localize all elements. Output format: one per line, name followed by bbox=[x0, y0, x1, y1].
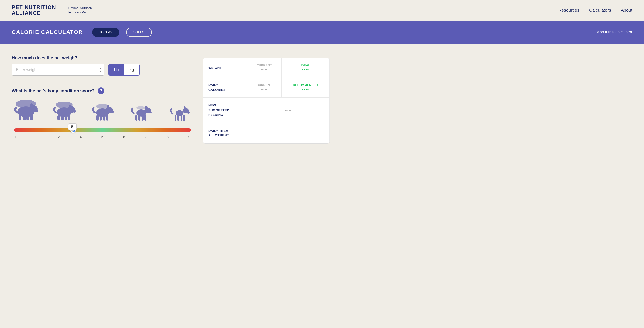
nav-about[interactable]: About bbox=[621, 8, 632, 13]
slider-num-5: 5 bbox=[102, 135, 104, 139]
feeding-result-row: NEWSUGGESTEDFEEDING -- -- bbox=[204, 98, 330, 123]
calories-current-value: -- -- bbox=[252, 87, 277, 91]
treat-result-label: DAILY TREATALLOTMENT bbox=[208, 129, 230, 137]
svg-rect-8 bbox=[30, 115, 33, 120]
slider-num-6: 6 bbox=[123, 135, 125, 139]
svg-point-4 bbox=[30, 104, 33, 108]
unit-lb-button[interactable]: Lb bbox=[108, 64, 124, 75]
svg-rect-25 bbox=[103, 115, 106, 121]
svg-point-13 bbox=[69, 104, 71, 109]
slider-num-7: 7 bbox=[145, 135, 147, 139]
svg-rect-16 bbox=[65, 115, 67, 120]
slider-num-3: 3 bbox=[58, 135, 60, 139]
svg-point-39 bbox=[184, 106, 186, 110]
treat-result-row: DAILY TREATALLOTMENT -- bbox=[204, 123, 330, 143]
weight-input[interactable] bbox=[12, 64, 104, 76]
slider-num-8: 8 bbox=[166, 135, 168, 139]
svg-rect-43 bbox=[183, 115, 185, 121]
calories-result-label-cell: DAILYCALORIES bbox=[204, 77, 247, 98]
site-header: PET NUTRITIONALLIANCE Optimal Nutrition … bbox=[0, 0, 644, 21]
logo-area: PET NUTRITIONALLIANCE Optimal Nutrition … bbox=[12, 5, 92, 16]
logo-sub: Optimal Nutrition for Every Pet bbox=[68, 6, 92, 15]
weight-result-label-cell: WEIGHT bbox=[204, 58, 247, 77]
svg-rect-15 bbox=[61, 115, 64, 120]
treat-result-value: -- bbox=[287, 131, 290, 135]
dog-figure-1 bbox=[14, 99, 38, 121]
dog-silhouette-5 bbox=[167, 99, 191, 121]
dog-figure-4 bbox=[128, 99, 153, 121]
treat-result-label-cell: DAILY TREATALLOTMENT bbox=[204, 123, 247, 143]
score-bubble: 5 bbox=[68, 124, 76, 130]
calories-current-header-cell: CURRENT -- -- bbox=[247, 77, 282, 98]
svg-rect-35 bbox=[144, 115, 146, 121]
weight-row: ▲ ▼ Lb kg bbox=[12, 64, 193, 76]
svg-rect-33 bbox=[138, 115, 140, 121]
banner-title: CALORIE CALCULATOR bbox=[12, 29, 83, 35]
weight-spinners[interactable]: ▲ ▼ bbox=[99, 67, 102, 73]
svg-rect-14 bbox=[57, 115, 60, 120]
dog-figure-5 bbox=[167, 99, 191, 121]
weight-section: How much does the pet weigh? ▲ ▼ Lb kg bbox=[12, 55, 193, 76]
dog-figure-2 bbox=[52, 99, 76, 121]
dog-figure-3 bbox=[90, 99, 115, 121]
weight-result-label: WEIGHT bbox=[208, 66, 222, 70]
tab-dogs-button[interactable]: DOGS bbox=[92, 28, 119, 37]
dog-silhouette-3 bbox=[90, 99, 115, 121]
logo-text: PET NUTRITIONALLIANCE bbox=[12, 5, 56, 16]
slider-num-1: 1 bbox=[15, 135, 16, 139]
slider-num-4: 4 bbox=[80, 135, 82, 139]
svg-point-31 bbox=[145, 106, 148, 110]
svg-rect-42 bbox=[180, 115, 182, 121]
bcs-label: What is the pet's body condition score? bbox=[12, 88, 95, 94]
slider-num-2: 2 bbox=[36, 135, 38, 139]
weight-input-wrapper: ▲ ▼ bbox=[12, 64, 104, 76]
calories-recommended-header: RECOMMENDED bbox=[286, 84, 324, 87]
about-calculator-link[interactable]: About the Calculator bbox=[597, 30, 632, 35]
nav-calculators[interactable]: Calculators bbox=[589, 8, 611, 13]
svg-point-38 bbox=[187, 112, 190, 114]
slider-track bbox=[14, 128, 191, 132]
calories-result-label: DAILYCALORIES bbox=[208, 83, 226, 92]
help-icon[interactable]: ? bbox=[98, 87, 104, 94]
feeding-result-value-cell: -- -- bbox=[247, 98, 329, 123]
calories-result-row: DAILYCALORIES CURRENT -- -- RECOMMENDED … bbox=[204, 77, 330, 98]
calories-recommended-header-cell: RECOMMENDED -- -- bbox=[282, 77, 330, 98]
left-panel: How much does the pet weigh? ▲ ▼ Lb kg W… bbox=[12, 55, 193, 144]
spinner-up[interactable]: ▲ bbox=[99, 67, 102, 70]
results-card: WEIGHT CURRENT -- -- IDEAL -- -- bbox=[203, 58, 330, 144]
results-table: WEIGHT CURRENT -- -- IDEAL -- -- bbox=[203, 58, 330, 144]
bcs-section: What is the pet's body condition score? … bbox=[12, 87, 193, 139]
svg-rect-26 bbox=[106, 115, 108, 121]
nav-resources[interactable]: Resources bbox=[558, 8, 579, 13]
svg-point-30 bbox=[149, 111, 152, 114]
svg-point-21 bbox=[110, 111, 114, 113]
right-panel: WEIGHT CURRENT -- -- IDEAL -- -- bbox=[203, 55, 330, 144]
weight-result-row: WEIGHT CURRENT -- -- IDEAL -- -- bbox=[204, 58, 330, 77]
svg-point-27 bbox=[136, 106, 145, 110]
svg-rect-24 bbox=[100, 115, 102, 121]
tab-cats-button[interactable]: CATS bbox=[126, 28, 152, 37]
spinner-down[interactable]: ▼ bbox=[99, 70, 102, 73]
svg-rect-17 bbox=[68, 115, 70, 120]
weight-current-value: -- -- bbox=[252, 67, 277, 72]
weight-ideal-header: IDEAL bbox=[286, 64, 324, 67]
unit-toggle: Lb kg bbox=[108, 64, 140, 76]
calories-recommended-value: -- -- bbox=[286, 87, 324, 91]
svg-rect-5 bbox=[18, 115, 22, 120]
weight-current-header-cell: CURRENT -- -- bbox=[247, 58, 282, 77]
svg-rect-6 bbox=[23, 115, 26, 120]
svg-point-22 bbox=[107, 105, 109, 109]
treat-result-value-cell: -- bbox=[247, 123, 329, 143]
svg-rect-34 bbox=[142, 115, 144, 121]
logo-main: PET NUTRITIONALLIANCE bbox=[12, 5, 56, 16]
weight-ideal-header-cell: IDEAL -- -- bbox=[282, 58, 330, 77]
bcs-header: What is the pet's body condition score? … bbox=[12, 87, 193, 94]
weight-current-header: CURRENT bbox=[252, 64, 277, 67]
logo-divider bbox=[62, 5, 62, 16]
feeding-result-value: -- -- bbox=[285, 108, 291, 112]
dog-silhouette-1 bbox=[14, 99, 38, 121]
calculator-banner: CALORIE CALCULATOR DOGS CATS About the C… bbox=[0, 21, 644, 44]
svg-point-36 bbox=[176, 110, 184, 116]
unit-kg-button[interactable]: kg bbox=[124, 64, 140, 75]
slider-numbers: 1 2 3 4 5 6 7 8 9 bbox=[14, 135, 191, 139]
